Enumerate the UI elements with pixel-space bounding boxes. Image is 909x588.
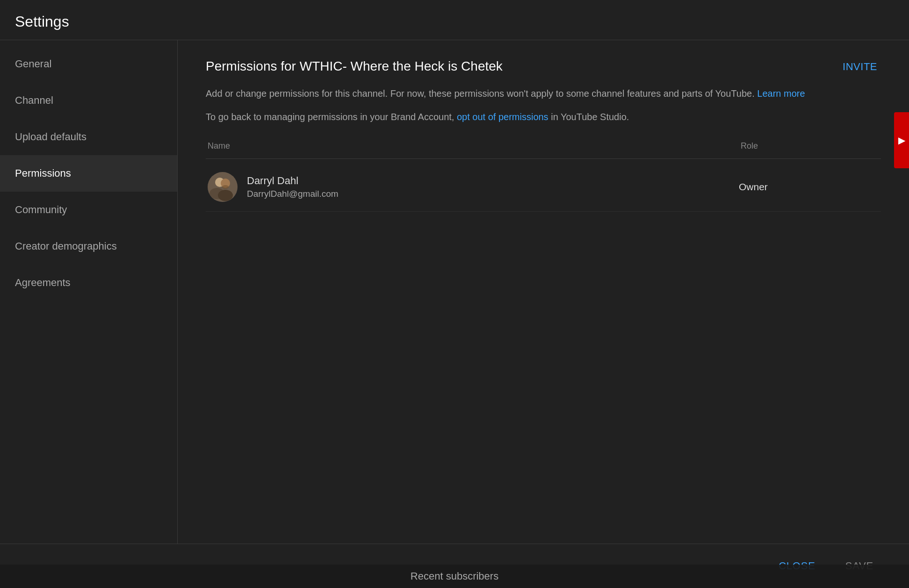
table-header-role: Role	[741, 141, 881, 151]
bottom-overlay: Recent subscribers	[0, 565, 909, 588]
avatar-image	[208, 172, 238, 202]
sidebar-item-creator-demographics[interactable]: Creator demographics	[0, 228, 177, 265]
avatar	[208, 172, 238, 202]
sidebar-item-general[interactable]: General	[0, 46, 177, 82]
recent-subscribers-label: Recent subscribers	[411, 570, 498, 582]
permissions-table: Name Role	[206, 141, 881, 212]
settings-body: General Channel Upload defaults Permissi…	[0, 40, 909, 544]
table-row: Darryl Dahl DarrylDahl@gmail.com Owner	[206, 163, 881, 212]
user-role: Owner	[739, 181, 879, 193]
description-text-1: Add or change permissions for this chann…	[206, 88, 755, 99]
user-email: DarrylDahl@gmail.com	[247, 189, 339, 199]
description-text-2: To go back to managing permissions in yo…	[206, 112, 454, 122]
sidebar-item-permissions[interactable]: Permissions	[0, 155, 177, 192]
opt-out-link[interactable]: opt out of permissions	[457, 112, 548, 122]
user-details: Darryl Dahl DarrylDahl@gmail.com	[247, 175, 339, 199]
svg-point-4	[218, 190, 233, 201]
expand-icon: ▶	[898, 135, 905, 146]
svg-point-5	[222, 185, 229, 189]
sidebar-item-agreements[interactable]: Agreements	[0, 265, 177, 301]
right-edge-panel[interactable]: ▶	[894, 112, 909, 168]
table-header-name: Name	[206, 141, 741, 151]
permissions-title: Permissions for WTHIC- Where the Heck is…	[206, 59, 503, 74]
sidebar-item-channel[interactable]: Channel	[0, 82, 177, 119]
user-name: Darryl Dahl	[247, 175, 339, 187]
description-text-3: in YouTube Studio.	[551, 112, 629, 122]
sidebar-item-community[interactable]: Community	[0, 192, 177, 228]
settings-main-content: Permissions for WTHIC- Where the Heck is…	[178, 40, 909, 544]
description-paragraph-1: Add or change permissions for this chann…	[206, 86, 881, 101]
invite-button[interactable]: INVITE	[839, 59, 881, 75]
page-title: Settings	[15, 13, 894, 30]
user-info: Darryl Dahl DarrylDahl@gmail.com	[208, 172, 739, 202]
content-header: Permissions for WTHIC- Where the Heck is…	[206, 59, 881, 75]
settings-sidebar: General Channel Upload defaults Permissi…	[0, 40, 178, 544]
description-paragraph-2: To go back to managing permissions in yo…	[206, 109, 881, 124]
sidebar-item-upload-defaults[interactable]: Upload defaults	[0, 119, 177, 155]
table-header-row: Name Role	[206, 141, 881, 159]
settings-container: Settings General Channel Upload defaults…	[0, 0, 909, 588]
settings-header: Settings	[0, 0, 909, 40]
learn-more-link[interactable]: Learn more	[757, 88, 805, 99]
